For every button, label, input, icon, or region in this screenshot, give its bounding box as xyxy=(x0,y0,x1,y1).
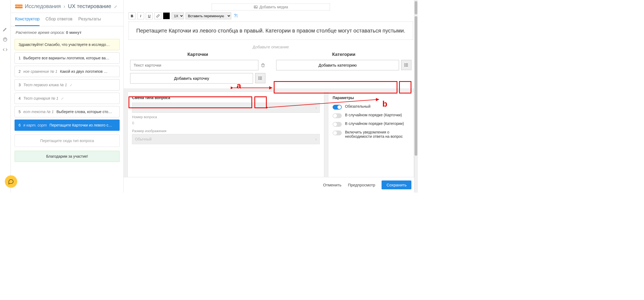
param-shuffle-cards: В случайном порядке (Карточки) xyxy=(333,111,410,120)
question-canvas: Добавить медиа B I U 1X Вставить перемен… xyxy=(124,0,418,88)
svg-point-3 xyxy=(6,39,6,39)
svg-point-12 xyxy=(405,64,405,64)
bulk-list-icon[interactable] xyxy=(255,73,265,83)
sidebar: OPROSSO Исследования › UX тестирование К… xyxy=(11,0,124,193)
imgsize-select[interactable]: Обычный › xyxy=(132,134,320,144)
question-item[interactable]: 5 ест текста № 1 Выберете слова, которые… xyxy=(15,106,120,117)
tab-collect[interactable]: Сбор ответов xyxy=(45,13,72,26)
svg-point-14 xyxy=(405,65,405,65)
card-input-row xyxy=(130,60,265,70)
pencil-icon[interactable] xyxy=(61,97,64,100)
scroll-thumb-top[interactable] xyxy=(415,1,417,15)
tab-results[interactable]: Результаты xyxy=(78,13,101,26)
scroll-thumb-main[interactable] xyxy=(415,16,417,156)
trash-icon[interactable] xyxy=(261,63,265,68)
categories-heading: Категории xyxy=(276,52,411,57)
card-sort-columns: Карточки Добавить карточку Категории Доб… xyxy=(129,52,413,84)
qnum-value: 6 xyxy=(132,119,320,127)
pencil-icon[interactable] xyxy=(70,83,73,86)
qtype-heading: Смена типа вопроса xyxy=(132,96,320,100)
estimate-value: 0 минут xyxy=(66,30,81,35)
pencil-icon[interactable] xyxy=(3,27,8,32)
svg-point-10 xyxy=(259,79,259,80)
svg-point-6 xyxy=(259,77,259,77)
chevron-right-icon: › xyxy=(315,106,317,110)
card-text-input[interactable] xyxy=(130,60,258,70)
svg-point-16 xyxy=(405,66,405,67)
palette-icon[interactable] xyxy=(3,37,8,42)
toggle-required[interactable] xyxy=(333,105,342,110)
categories-column: Категории Добавить категорию xyxy=(276,52,411,84)
add-category-row: Добавить категорию xyxy=(276,60,411,70)
link-button[interactable] xyxy=(154,12,161,19)
cards-column: Карточки Добавить карточку xyxy=(130,52,265,84)
imgsize-label: Размер изображения xyxy=(132,129,320,133)
question-intro[interactable]: Здравствуйте! Спасибо, что участвуете в … xyxy=(15,39,120,50)
add-category-button[interactable]: Добавить категорию xyxy=(276,60,399,70)
qnum-label: Номер вопроса xyxy=(132,115,320,119)
save-button[interactable]: Сохранить xyxy=(382,180,411,189)
svg-point-1 xyxy=(4,39,5,39)
question-item-active[interactable]: 6 я карт. сорт Перетащите Карточки из ле… xyxy=(15,120,120,131)
app-root: OPROSSO Исследования › UX тестирование К… xyxy=(0,0,418,193)
toggle-notify[interactable] xyxy=(333,131,342,135)
chevron-right-icon: › xyxy=(63,3,65,9)
tab-constructor[interactable]: Конструктор xyxy=(15,13,40,26)
help-icon[interactable]: ?⃝ xyxy=(234,13,238,18)
toggle-shuffle-cards[interactable] xyxy=(333,113,342,118)
color-button[interactable] xyxy=(163,12,170,19)
svg-point-8 xyxy=(259,78,259,78)
image-icon xyxy=(254,5,258,9)
chevron-right-icon: › xyxy=(315,137,317,141)
survey-estimate: Расчетное время опроса: 0 минут xyxy=(11,26,123,37)
question-outro[interactable]: Благодарим за участие! xyxy=(15,151,120,162)
breadcrumb-current[interactable]: UX тестирование xyxy=(68,3,111,9)
code-icon[interactable] xyxy=(3,47,8,53)
cards-heading: Карточки xyxy=(130,52,265,57)
question-title-input[interactable]: Перетащите Карточки из левого столбца в … xyxy=(129,21,413,40)
toggle-shuffle-cats[interactable] xyxy=(333,122,342,127)
param-notify: Включить уведомления о необходимости отв… xyxy=(333,128,410,140)
italic-button[interactable]: I xyxy=(137,12,144,19)
font-size-select[interactable]: 1X xyxy=(172,12,184,19)
svg-point-2 xyxy=(5,38,5,39)
nav-tabs: Конструктор Сбор ответов Результаты xyxy=(11,13,123,26)
bulk-list-icon[interactable] xyxy=(401,60,411,70)
add-media-button[interactable]: Добавить медиа xyxy=(212,3,330,10)
edit-title-icon[interactable] xyxy=(114,5,118,8)
chat-fab[interactable] xyxy=(5,175,17,188)
left-icon-rail xyxy=(0,0,11,193)
breadcrumb: Исследования › UX тестирование xyxy=(25,3,118,9)
params-heading: Параметры xyxy=(333,96,410,100)
question-dropzone[interactable]: Перетащите сюда тип вопроса xyxy=(15,135,120,147)
question-item[interactable]: 3 Тест первого клика № 1 xyxy=(15,79,120,91)
breadcrumb-root[interactable]: Исследования xyxy=(25,3,61,9)
add-card-row: Добавить карточку xyxy=(130,73,265,84)
bold-button[interactable]: B xyxy=(129,12,136,19)
question-list: Здравствуйте! Спасибо, что участвуете в … xyxy=(11,37,123,164)
rte-toolbar: B I U 1X Вставить переменную ?⃝ xyxy=(129,12,413,19)
question-item[interactable]: 1 Выберете все варианты логотипов, котор… xyxy=(15,52,120,64)
main-area: Добавить медиа B I U 1X Вставить перемен… xyxy=(124,0,418,193)
add-card-button[interactable]: Добавить карточку xyxy=(130,73,253,84)
param-required: Обязательный xyxy=(333,103,410,111)
params-panel: Параметры Обязательный В случайном поряд… xyxy=(328,92,414,189)
question-item[interactable]: 2 ное сравнение № 1 Какой из двух логоти… xyxy=(15,66,120,77)
qtype-select[interactable]: › xyxy=(132,103,320,113)
logo[interactable]: OPROSSO xyxy=(15,5,23,8)
vertical-scrollbar[interactable] xyxy=(414,0,418,193)
question-item[interactable]: 4 Тест сценария № 1 xyxy=(15,93,120,104)
preview-button[interactable]: Предпросмотр xyxy=(348,183,375,187)
footer-actions: Отменить Предпросмотр Сохранить xyxy=(124,177,418,193)
estimate-label: Расчетное время опроса: xyxy=(16,30,65,35)
question-type-panel: Смена типа вопроса › Номер вопроса 6 Раз… xyxy=(127,92,324,189)
variable-select[interactable]: Вставить переменную xyxy=(186,12,231,19)
cancel-button[interactable]: Отменить xyxy=(323,183,341,187)
underline-button[interactable]: U xyxy=(146,12,153,19)
param-shuffle-cats: В случайном порядке (Категории) xyxy=(333,120,410,128)
question-description-input[interactable]: Добавьте описание xyxy=(129,40,413,52)
header: OPROSSO Исследования › UX тестирование xyxy=(11,0,123,13)
